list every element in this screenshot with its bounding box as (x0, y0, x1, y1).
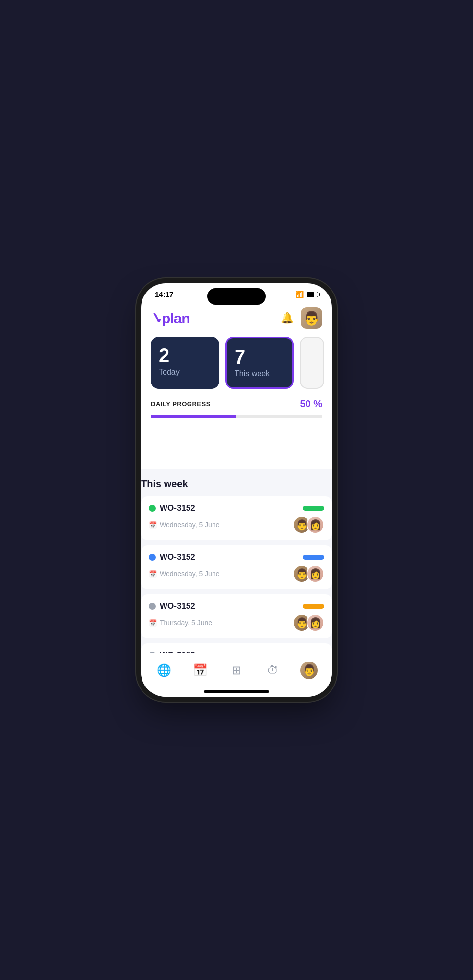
progress-title: DAILY PROGRESS (151, 400, 211, 408)
cards-row: 2 Today 7 This week (151, 337, 322, 389)
calendar-icon: 📅 (149, 521, 157, 529)
status-time: 14:17 (155, 290, 173, 298)
header: ✓plan 🔔 👨 (151, 302, 322, 337)
work-date: Wednesday, 5 June (160, 570, 219, 578)
status-bar: 14:17 📶 (141, 283, 332, 302)
date-row: 📅 Wednesday, 5 June (149, 521, 219, 529)
section-title: This week (141, 478, 332, 490)
header-right: 🔔 👨 (281, 307, 322, 329)
work-date: Wednesday, 5 June (160, 521, 219, 529)
nav-item-calendar[interactable]: 📅 (182, 660, 218, 681)
logo: ✓plan (151, 309, 190, 327)
extra-card (300, 337, 324, 389)
calendar-icon: 📅 (149, 570, 157, 578)
today-card[interactable]: 2 Today (151, 337, 219, 389)
progress-bar-fill (151, 415, 236, 418)
phone-frame: 14:17 📶 ✓plan 🔔 👨 (141, 283, 332, 697)
work-title-row: WO-3152 (149, 601, 195, 611)
work-date: Thursday, 5 June (160, 619, 212, 627)
dynamic-island (207, 288, 266, 305)
this-week-label: This week (235, 369, 284, 378)
daily-progress-section: DAILY PROGRESS 50 % (151, 398, 322, 418)
home-indicator (204, 690, 269, 693)
work-title: WO-3152 (160, 552, 195, 562)
work-title: WO-3152 (160, 503, 195, 513)
work-card[interactable]: WO-3152 📅 Thursday, 5 June 👨 👩 (141, 594, 332, 638)
work-title-row: WO-3152 (149, 552, 195, 562)
avatar-female: 👩 (307, 565, 324, 583)
avatars-group: 👨 👩 (293, 614, 324, 632)
calendar-nav-icon: 📅 (193, 663, 208, 677)
calendar-icon: 📅 (149, 619, 157, 627)
status-dot-gray (149, 603, 156, 610)
progress-header: DAILY PROGRESS 50 % (151, 398, 322, 410)
bell-icon[interactable]: 🔔 (281, 312, 294, 324)
wifi-icon: 📶 (295, 291, 304, 298)
user-avatar[interactable]: 👨 (301, 307, 322, 329)
nav-avatar: 👨 (300, 662, 318, 679)
status-pill-blue (303, 555, 324, 560)
nav-item-grid[interactable]: ⊞ (218, 660, 255, 681)
date-row: 📅 Thursday, 5 June (149, 619, 212, 627)
this-week-number: 7 (235, 347, 284, 367)
avatar-female: 👩 (307, 516, 324, 534)
progress-percent: 50 % (300, 398, 322, 410)
progress-bar-bg (151, 415, 322, 418)
grid-icon: ⊞ (232, 663, 241, 677)
battery-icon (307, 292, 318, 297)
today-label: Today (159, 368, 212, 377)
status-dot-blue (149, 554, 156, 561)
status-pill-green (303, 506, 324, 511)
stopwatch-icon: ⏱ (267, 663, 279, 677)
avatars-group: 👨 👩 (293, 516, 324, 534)
nav-item-profile[interactable]: 👨 (291, 658, 327, 683)
globe-icon: 🌐 (157, 663, 171, 677)
work-title: WO-3152 (160, 601, 195, 611)
status-icons: 📶 (295, 291, 318, 298)
avatars-group: 👨 👩 (293, 565, 324, 583)
date-row: 📅 Wednesday, 5 June (149, 570, 219, 578)
today-number: 2 (159, 345, 212, 365)
avatar-female: 👩 (307, 614, 324, 632)
nav-item-timer[interactable]: ⏱ (255, 660, 291, 681)
this-week-card[interactable]: 7 This week (225, 337, 294, 389)
work-card[interactable]: WO-3152 📅 Thursday, 5 June 👨 👩 (141, 643, 332, 653)
this-week-section: This week WO-3152 📅 Wednesday, 5 June 👨 … (141, 469, 332, 653)
work-card[interactable]: WO-3152 📅 Wednesday, 5 June 👨 👩 (141, 545, 332, 589)
work-title-row: WO-3152 (149, 503, 195, 513)
status-dot-green (149, 505, 156, 512)
status-pill-yellow (303, 604, 324, 609)
nav-item-globe[interactable]: 🌐 (146, 660, 182, 681)
work-card[interactable]: WO-3152 📅 Wednesday, 5 June 👨 👩 (141, 496, 332, 540)
